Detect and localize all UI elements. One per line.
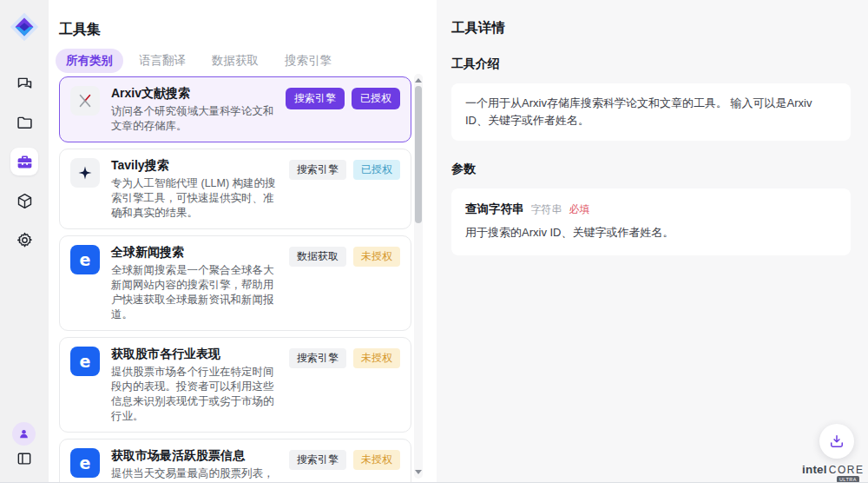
scrollbar-thumb[interactable] bbox=[415, 86, 422, 223]
rail-item-settings[interactable] bbox=[10, 226, 38, 254]
tab-language-translation[interactable]: 语言翻译 bbox=[128, 49, 196, 73]
panel-toggle-button[interactable] bbox=[14, 448, 35, 469]
tool-description: 提供股票市场各个行业在特定时间段内的表现。投资者可以利用这些信息来识别表现优于或… bbox=[111, 365, 278, 424]
tool-card-most-active-stocks[interactable]: e 获取市场最活跃股票信息 提供当天交易量最高的股票列表，投资者可以利用这些信息… bbox=[59, 439, 411, 482]
tab-data-fetch[interactable]: 数据获取 bbox=[201, 49, 269, 73]
card-content: 获取市场最活跃股票信息 提供当天交易量最高的股票列表，投资者可以利用这些信息来识… bbox=[111, 447, 278, 482]
toolbox-icon bbox=[16, 153, 34, 171]
e-glyph: e bbox=[80, 252, 91, 268]
user-avatar-icon bbox=[17, 427, 30, 440]
juhe-e-logo-icon: e bbox=[70, 347, 100, 376]
tool-description: 全球新闻搜索是一个聚合全球各大新闻网站内容的搜索引擎，帮助用户快速获取全球最新资… bbox=[111, 263, 278, 322]
tab-search-engine[interactable]: 搜索引擎 bbox=[274, 49, 342, 73]
download-button[interactable] bbox=[819, 424, 854, 459]
rail-item-files[interactable] bbox=[10, 109, 38, 136]
intro-card: 一个用于从Arxiv存储库搜索科学论文和文章的工具。 输入可以是Arxiv ID… bbox=[451, 83, 851, 141]
rail-item-models[interactable] bbox=[10, 187, 38, 215]
detail-title: 工具详情 bbox=[451, 19, 851, 37]
card-badges: 搜索引擎 已授权 bbox=[286, 85, 400, 109]
card-badges: 数据获取 未授权 bbox=[289, 244, 400, 267]
page-title: 工具集 bbox=[59, 21, 101, 39]
card-badges: 搜索引擎 未授权 bbox=[289, 346, 400, 368]
intel-core-logo: intel core ULTRA bbox=[802, 463, 863, 476]
card-content: 获取股市各行业表现 提供股票市场各个行业在特定时间段内的表现。投资者可以利用这些… bbox=[111, 346, 278, 424]
download-icon bbox=[828, 433, 845, 450]
card-badges: 搜索引擎 未授权 bbox=[289, 447, 400, 470]
e-glyph: e bbox=[80, 354, 91, 370]
parameter-name: 查询字符串 bbox=[465, 202, 524, 217]
folder-icon bbox=[16, 114, 34, 132]
tool-list-panel: 工具集 所有类别 语言翻译 数据获取 搜索引擎 Arxiv文献搜索 访问 bbox=[49, 0, 437, 482]
parameter-required-flag: 必填 bbox=[569, 202, 590, 217]
tool-card-sector-performance[interactable]: e 获取股市各行业表现 提供股票市场各个行业在特定时间段内的表现。投资者可以利用… bbox=[59, 337, 411, 433]
card-badges: 搜索引擎 已授权 bbox=[289, 157, 400, 180]
params-heading: 参数 bbox=[451, 162, 851, 177]
category-badge: 搜索引擎 bbox=[289, 160, 346, 180]
auth-status-badge: 未授权 bbox=[353, 348, 400, 368]
tool-title: Arxiv文献搜索 bbox=[111, 85, 274, 102]
tool-title: 获取市场最活跃股票信息 bbox=[111, 447, 278, 464]
panel-toggle-icon bbox=[16, 450, 33, 467]
auth-status-badge: 已授权 bbox=[352, 88, 400, 109]
user-avatar[interactable] bbox=[12, 422, 36, 446]
category-badge: 搜索引擎 bbox=[289, 348, 346, 368]
card-content: Arxiv文献搜索 访问各个研究领域大量科学论文和文章的存储库。 bbox=[111, 85, 274, 134]
chat-icon bbox=[16, 75, 34, 93]
cube-icon bbox=[16, 192, 34, 210]
rail-item-tools[interactable] bbox=[10, 148, 38, 175]
brand-core-text: core bbox=[829, 464, 865, 476]
tool-description: 专为人工智能代理 (LLM) 构建的搜索引擎工具，可快速提供实时、准确和真实的结… bbox=[111, 176, 278, 221]
rail-item-chat[interactable] bbox=[10, 69, 38, 97]
tab-all-categories[interactable]: 所有类别 bbox=[56, 49, 123, 73]
e-glyph: e bbox=[80, 455, 91, 472]
tool-detail-panel: 工具详情 工具介绍 一个用于从Arxiv存储库搜索科学论文和文章的工具。 输入可… bbox=[437, 0, 868, 482]
parameter-card: 查询字符串 字符串 必填 用于搜索的Arxiv ID、关键字或作者姓名。 bbox=[451, 188, 851, 255]
parameter-type: 字符串 bbox=[531, 202, 562, 217]
parameter-header: 查询字符串 字符串 必填 bbox=[465, 202, 837, 217]
tool-title: 全球新闻搜索 bbox=[111, 244, 278, 261]
tool-card-list: Arxiv文献搜索 访问各个研究领域大量科学论文和文章的存储库。 搜索引擎 已授… bbox=[59, 76, 411, 482]
auth-status-badge: 未授权 bbox=[353, 247, 400, 267]
tavily-star-icon bbox=[70, 158, 100, 188]
category-badge: 搜索引擎 bbox=[289, 450, 346, 470]
app-logo bbox=[8, 10, 41, 43]
intro-heading: 工具介绍 bbox=[451, 56, 851, 72]
window-bottom-border bbox=[0, 482, 868, 483]
brand-intel-text: intel bbox=[802, 463, 827, 476]
parameter-description: 用于搜索的Arxiv ID、关键字或作者姓名。 bbox=[465, 225, 837, 241]
tool-title: Tavily搜索 bbox=[111, 157, 278, 174]
category-badge: 搜索引擎 bbox=[286, 88, 345, 109]
diamond-logo-icon bbox=[8, 10, 41, 43]
arxiv-logo-icon bbox=[70, 86, 100, 116]
category-badge: 数据获取 bbox=[289, 247, 346, 267]
tool-description: 访问各个研究领域大量科学论文和文章的存储库。 bbox=[111, 104, 274, 134]
card-content: 全球新闻搜索 全球新闻搜索是一个聚合全球各大新闻网站内容的搜索引擎，帮助用户快速… bbox=[111, 244, 278, 322]
auth-status-badge: 已授权 bbox=[353, 160, 400, 180]
auth-status-badge: 未授权 bbox=[353, 450, 400, 470]
scroll-down-arrow-icon[interactable] bbox=[415, 470, 422, 474]
rail-nav bbox=[0, 69, 49, 254]
intel-core-logo-text: intel core bbox=[802, 463, 863, 476]
left-rail bbox=[0, 0, 49, 482]
category-tabs: 所有类别 语言翻译 数据获取 搜索引擎 bbox=[56, 49, 342, 73]
tool-card-global-news[interactable]: e 全球新闻搜索 全球新闻搜索是一个聚合全球各大新闻网站内容的搜索引擎，帮助用户… bbox=[59, 235, 411, 331]
tool-description: 提供当天交易量最高的股票列表，投资者可以利用这些信息来识别流动性强的股票和潜在的… bbox=[111, 466, 278, 482]
scroll-up-arrow-icon[interactable] bbox=[415, 78, 422, 83]
tool-card-tavily[interactable]: Tavily搜索 专为人工智能代理 (LLM) 构建的搜索引擎工具，可快速提供实… bbox=[59, 149, 411, 229]
juhe-e-logo-icon: e bbox=[70, 245, 100, 274]
tool-card-arxiv[interactable]: Arxiv文献搜索 访问各个研究领域大量科学论文和文章的存储库。 搜索引擎 已授… bbox=[59, 76, 411, 142]
juhe-e-logo-icon: e bbox=[70, 448, 100, 478]
list-scrollbar[interactable] bbox=[414, 74, 423, 479]
app-window: 工具集 所有类别 语言翻译 数据获取 搜索引擎 Arxiv文献搜索 访问 bbox=[0, 0, 868, 489]
card-content: Tavily搜索 专为人工智能代理 (LLM) 构建的搜索引擎工具，可快速提供实… bbox=[111, 157, 278, 221]
gear-icon bbox=[16, 231, 34, 249]
tool-title: 获取股市各行业表现 bbox=[111, 346, 278, 362]
